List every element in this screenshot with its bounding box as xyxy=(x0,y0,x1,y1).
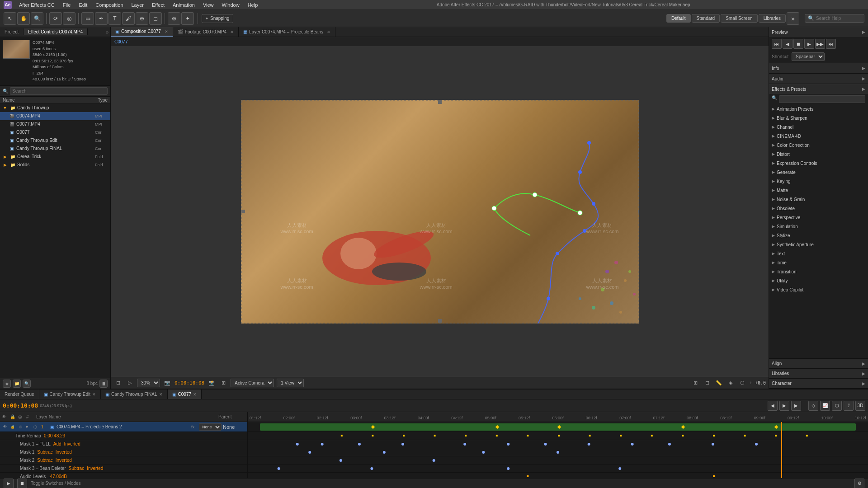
comp-tab-close-3[interactable]: ✕ xyxy=(327,30,330,34)
tl-subitem-mask1[interactable]: Mask 1 Subtrac Inverted xyxy=(0,448,247,456)
cat-simulation[interactable]: ▶Simulation xyxy=(769,222,868,231)
viewer-transparency-btn[interactable]: ⊞ xyxy=(219,379,228,388)
tl-mask-btn[interactable]: ⬡ xyxy=(832,401,842,411)
workspace-default[interactable]: Default xyxy=(666,14,691,23)
preview-header[interactable]: Preview ▶ xyxy=(769,27,868,37)
rectangle-tool[interactable]: ▭ xyxy=(81,12,94,25)
layer-1-3d[interactable]: ⬡ xyxy=(33,425,40,429)
viewer-guides-btn[interactable]: ⊟ xyxy=(703,379,712,388)
timeline-tracks-area[interactable] xyxy=(248,422,868,478)
tree-file-c0074[interactable]: 🎬 C0074.MP4 MPI xyxy=(0,112,110,120)
viewer-snapshot-btn[interactable]: 📸 xyxy=(207,379,216,388)
candy-edit-close[interactable]: ✕ xyxy=(92,392,96,397)
eraser-tool[interactable]: ◻ xyxy=(149,12,162,25)
candy-final-close[interactable]: ✕ xyxy=(159,392,163,397)
tab-c0077[interactable]: ▣ C0077 ✕ xyxy=(168,389,202,399)
viewer-tab-layer[interactable]: ▦ Layer C0074.MP4 – Projectile Beans ✕ xyxy=(239,27,335,37)
tree-folder-candy-throwup[interactable]: ▼ 📁 Candy Throwup xyxy=(0,104,110,112)
tl-prev-frame-btn[interactable]: ◀ xyxy=(768,401,778,411)
timeline-playhead[interactable] xyxy=(781,422,782,478)
tab-effect-controls[interactable]: Effect Controls C0074.MP4 xyxy=(24,28,88,35)
viewer-camera-btn[interactable]: 📷 xyxy=(163,379,172,388)
tab-candy-edit[interactable]: ▣ Candy Throwup Edit ✕ xyxy=(39,389,101,399)
text-tool[interactable]: T xyxy=(108,12,121,25)
cat-video-copilot[interactable]: ▶Video Copilot xyxy=(769,285,868,294)
menu-effect[interactable]: Effect xyxy=(148,1,168,9)
brush-tool[interactable]: 🖌 xyxy=(122,12,135,25)
character-section[interactable]: Character ▶ xyxy=(769,379,868,389)
tl-3d-btn[interactable]: 3D xyxy=(855,401,865,411)
pen-tool[interactable]: ✒ xyxy=(95,12,108,25)
snapping-toggle[interactable]: ⌖ Snapping xyxy=(202,14,233,23)
shortcut-select[interactable]: Spacebar xyxy=(792,52,825,61)
cat-synthetic-aperture[interactable]: ▶Synthetic Aperture xyxy=(769,240,868,249)
cat-utility[interactable]: ▶Utility xyxy=(769,276,868,285)
panel-expand-btn[interactable]: » xyxy=(106,29,110,35)
layer-1-fx[interactable]: fx xyxy=(191,425,198,429)
cat-animation-presets[interactable]: ▶Animation Presets xyxy=(769,104,868,113)
delete-btn[interactable]: 🗑 xyxy=(99,380,108,388)
layer-1-blend-select[interactable]: None xyxy=(199,423,222,431)
roto-tool[interactable]: ⊗ xyxy=(168,12,180,25)
tl-play-btn[interactable]: ▶ xyxy=(779,401,789,411)
tree-folder-solids[interactable]: ▶ 📁 Solids Fold xyxy=(0,161,110,169)
tl-graph-btn[interactable]: 📈 xyxy=(820,401,830,411)
cat-perspective[interactable]: ▶Perspective xyxy=(769,213,868,222)
new-composition-btn[interactable]: ◈ xyxy=(3,380,11,388)
workspace-standard[interactable]: Standard xyxy=(692,14,720,23)
layer-1-collapse[interactable]: ▼ xyxy=(25,425,32,429)
tree-comp-candy-final[interactable]: ▣ Candy Throwup FINAL Cor xyxy=(0,145,110,153)
tl-subitem-mask1-full[interactable]: Mask 1 – FULL Add Inverted xyxy=(0,440,247,448)
cat-text[interactable]: ▶Text xyxy=(769,249,868,258)
tree-folder-cereal-trick[interactable]: ▶ 📁 Cereal Trick Fold xyxy=(0,153,110,161)
tl-subitem-time-remap[interactable]: Time Remap 0:00:48:23 xyxy=(0,432,247,440)
layer-1-eye[interactable]: 👁 xyxy=(2,424,8,430)
puppet-tool[interactable]: ✦ xyxy=(181,12,194,25)
search-project-btn[interactable]: 🔍 xyxy=(23,380,31,388)
libraries-section[interactable]: Libraries ▶ xyxy=(769,369,868,379)
menu-window[interactable]: Window xyxy=(218,1,243,9)
viewer-views-select[interactable]: 1 View xyxy=(277,379,304,387)
camera-orbit-tool[interactable]: ◎ xyxy=(63,12,75,25)
effects-search-input[interactable] xyxy=(779,95,865,103)
info-header[interactable]: Info ▶ xyxy=(769,63,868,73)
cat-transition[interactable]: ▶Transition xyxy=(769,267,868,276)
menu-aftereffects[interactable]: After Effects CC xyxy=(15,1,58,9)
new-folder-btn[interactable]: 📁 xyxy=(13,380,21,388)
viewer-region-btn[interactable]: ⊡ xyxy=(113,379,123,388)
tree-file-c0077[interactable]: 🎬 C0077.MP4 MPI xyxy=(0,120,110,128)
stamp-tool[interactable]: ⊕ xyxy=(136,12,148,25)
timeline-layer-row-1[interactable]: 👁 🔒 ◎ ▼ ⬡ 1 ▣ C0074.MP4 – Projectile Bea… xyxy=(0,422,247,432)
timeline-timecode[interactable]: 0:00:10:08 xyxy=(3,402,38,409)
tab-project[interactable]: Project xyxy=(0,28,24,35)
viewer-rulers-btn[interactable]: 📏 xyxy=(714,379,723,388)
rotate-tool[interactable]: ⟳ xyxy=(49,12,62,25)
effects-presets-header[interactable]: Effects & Presets ▶ xyxy=(769,84,868,94)
tl-subitem-audio-levels[interactable]: Audio Levels -47.00dB xyxy=(0,473,247,478)
cat-matte[interactable]: ▶Matte xyxy=(769,186,868,195)
tl-subitem-mask2[interactable]: Mask 2 Subtrac Inverted xyxy=(0,456,247,465)
preview-jump-end[interactable]: ⏭ xyxy=(826,39,836,49)
cat-color-correction[interactable]: ▶Color Correction xyxy=(769,141,868,150)
search-input[interactable] xyxy=(816,16,861,21)
viewer-tab-comp-c0077[interactable]: ▣ Composition C0077 ✕ xyxy=(111,27,173,37)
cat-generate[interactable]: ▶Generate xyxy=(769,168,868,177)
layer-1-lock[interactable]: 🔒 xyxy=(9,424,16,430)
preview-stop[interactable]: ⏹ xyxy=(793,39,803,49)
viewer-tab-footage[interactable]: 🎬 Footage C0070.MP4 ✕ xyxy=(173,27,239,37)
viewer-mask-btn[interactable]: ◈ xyxy=(726,379,735,388)
workspace-libraries[interactable]: Libraries xyxy=(759,14,786,23)
menu-edit[interactable]: Edit xyxy=(75,1,91,9)
workspace-overflow[interactable]: » xyxy=(787,12,799,25)
viewer-grid-btn[interactable]: ⊞ xyxy=(691,379,700,388)
project-search-input[interactable] xyxy=(10,87,108,95)
menu-view[interactable]: View xyxy=(199,1,217,9)
menu-help[interactable]: Help xyxy=(244,1,262,9)
tab-render-queue[interactable]: Render Queue xyxy=(0,389,39,399)
cat-keying[interactable]: ▶Keying xyxy=(769,177,868,186)
viewer-preview-btn[interactable]: ▷ xyxy=(125,379,134,388)
cat-expression[interactable]: ▶Expression Controls xyxy=(769,159,868,168)
toggle-switches-label[interactable]: Toggle Switches / Modes xyxy=(31,481,81,486)
cat-channel[interactable]: ▶Channel xyxy=(769,122,868,131)
tab-candy-final[interactable]: ▣ Candy Throwup FINAL ✕ xyxy=(101,389,168,399)
